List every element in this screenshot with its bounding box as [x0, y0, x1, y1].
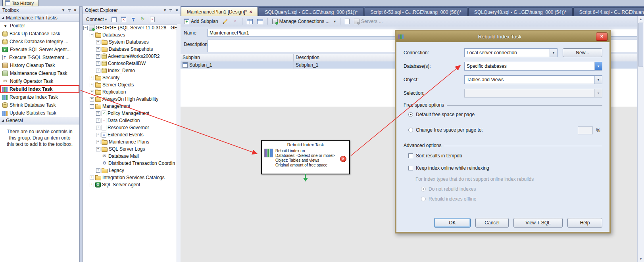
scrollbar-thumb[interactable] [638, 23, 643, 67]
toolbox-item-back-up-database-task[interactable]: Back Up Database Task [0, 30, 79, 38]
cancel-button[interactable]: Cancel [475, 218, 509, 228]
close-icon[interactable] [72, 8, 78, 13]
expand-icon[interactable] [90, 183, 94, 187]
scroll-up-icon[interactable]: ▲ [638, 16, 644, 22]
toolbox-section-maintenance-plan-tasks[interactable]: Maintenance Plan Tasks [0, 14, 79, 22]
change-free-space-option[interactable]: Change free space per page to: [408, 127, 483, 133]
toolbox-item-check-database-integrity[interactable]: Check Database Integrity ... [0, 38, 79, 46]
tab-history-tab[interactable]: Tab History [2, 0, 39, 6]
tree-item-maintenance-plans[interactable]: Maintenance Plans [83, 138, 177, 145]
tree-item-legacy[interactable]: Legacy [83, 167, 177, 174]
expand-icon[interactable] [96, 126, 100, 130]
ok-button[interactable]: OK [434, 218, 471, 228]
tree-item-data-collection[interactable]: ≡Data Collection [83, 117, 177, 124]
tree-item-policy-management[interactable]: ✓Policy Management [83, 110, 177, 117]
object-combobox[interactable]: Tables and Views [464, 75, 602, 84]
tab-script-6-44[interactable]: Script 6-44.sql - G...RGE\huang_000 (52)… [573, 8, 644, 16]
tree-item-server-objects[interactable]: Server Objects [83, 81, 177, 88]
expand-icon[interactable] [96, 40, 100, 44]
expand-icon[interactable] [90, 76, 94, 80]
tree-item-integration-services-catalogs[interactable]: Integration Services Catalogs [83, 174, 177, 181]
script-button[interactable]: × [148, 15, 156, 23]
tree-item-sql-server-logs[interactable]: SQL Server Logs [83, 145, 177, 153]
tree-item-index-demo[interactable]: Index_Demo [83, 67, 177, 74]
tree-item-system-databases[interactable]: System Databases [83, 38, 177, 46]
pin-icon[interactable] [168, 8, 174, 13]
expand-icon[interactable] [96, 47, 100, 52]
tree-item-sql-server-agent[interactable]: ⚙SQL Server Agent [83, 181, 177, 188]
precedence-connector[interactable] [303, 174, 308, 182]
tree-item-distributed-transaction-coordinator[interactable]: ⚙Distributed Transaction Coordin [83, 160, 177, 167]
add-subplan-button[interactable]: + Add Subplan [183, 18, 219, 25]
column-header-subplan[interactable]: Subplan [181, 54, 294, 61]
tree-item-database-snapshots[interactable]: Database Snapshots [83, 46, 177, 53]
pin-icon[interactable] [66, 8, 72, 13]
expand-icon[interactable] [96, 111, 100, 116]
expand-icon[interactable] [90, 97, 94, 101]
keep-index-online-option[interactable]: Keep index online while reindexing [408, 165, 489, 171]
servers-button[interactable]: Servers ... [353, 18, 384, 25]
toolbox-item-notify-operator-task[interactable]: ✉ Notify Operator Task [0, 77, 79, 85]
expand-icon[interactable] [96, 168, 100, 173]
toolbox-item-history-cleanup-task[interactable]: History Cleanup Task [0, 61, 79, 69]
scroll-down-icon[interactable]: ▼ [638, 256, 644, 262]
tree-item-management[interactable]: Management [83, 103, 177, 110]
close-button[interactable] [596, 33, 607, 41]
close-icon[interactable] [249, 9, 252, 15]
subplan-grid-view-button[interactable] [246, 18, 254, 25]
dialog-title-bar[interactable]: Rebuild Index Task [396, 31, 609, 42]
radio-selected-icon[interactable] [408, 112, 413, 117]
tree-item-alwayson-high-availability[interactable]: AlwaysOn High Availability [83, 96, 177, 103]
tab-maintenanceplan1-design[interactable]: MaintenancePlan1 [Design]* [181, 7, 258, 16]
toolbox-item-maintenance-cleanup-task[interactable]: Maintenance Cleanup Task [0, 69, 79, 77]
tree-item-contosoretaildw[interactable]: ContosoRetailDW [83, 60, 177, 67]
expand-icon[interactable] [96, 69, 100, 73]
sort-results-option[interactable]: Sort results in tempdb [408, 153, 462, 159]
help-button[interactable]: Help [567, 218, 602, 228]
refresh-button[interactable]: ↻ [138, 15, 147, 23]
toolbox-item-shrink-database-task[interactable]: Shrink Database Task [0, 101, 79, 109]
expand-icon[interactable] [96, 119, 100, 123]
tab-sqlquery1[interactable]: SQLQuery1.sql - GE...GE\huang_000 (51))* [259, 8, 363, 16]
close-icon[interactable] [174, 8, 180, 13]
expand-icon[interactable] [96, 140, 100, 144]
collapse-icon[interactable] [90, 104, 94, 109]
toolbox-item-reorganize-index-task[interactable]: Reorganize Index Task [0, 93, 79, 101]
expand-icon[interactable] [90, 90, 94, 94]
connect-button[interactable]: Connect [84, 16, 109, 23]
collapse-icon[interactable] [90, 33, 94, 37]
new-connection-button[interactable]: New... [563, 48, 602, 57]
toolbox-item-pointer[interactable]: Pointer [0, 22, 79, 30]
tree-item-resource-governor[interactable]: Resource Governor [83, 124, 177, 131]
databases-combobox[interactable]: Specific databases [464, 62, 602, 71]
expand-icon[interactable] [90, 83, 94, 87]
default-free-space-option[interactable]: Default free space per page [408, 112, 475, 117]
view-tsql-button[interactable]: View T-SQL [513, 218, 563, 228]
tree-item-extended-events[interactable]: ≡Extended Events [83, 131, 177, 138]
tab-script-6-53[interactable]: Script 6-53.sql - G...RGE\huang_000 (56)… [365, 8, 467, 16]
chevron-down-icon[interactable] [594, 62, 602, 70]
subplan-schedule-button[interactable] [256, 18, 264, 25]
toolbox-item-rebuild-index-task[interactable]: Rebuild Index Task [0, 85, 79, 93]
connection-combobox[interactable]: Local server connection [464, 48, 557, 57]
window-position-icon[interactable] [162, 8, 168, 13]
tree-item-george-server[interactable]: GEORGE (SQL Server 11.0.3128 - GEORG [83, 24, 177, 31]
expand-icon[interactable] [90, 176, 94, 180]
toolbox-section-general[interactable]: General [0, 117, 79, 124]
filter-button[interactable] [129, 15, 137, 23]
chevron-down-icon[interactable] [594, 76, 602, 84]
edit-subplan-button[interactable] [221, 18, 229, 25]
tree-item-adventureworks2008r2[interactable]: AdventureWorks2008R2 [83, 53, 177, 60]
delete-subplan-button[interactable]: × [231, 18, 239, 25]
radio-icon[interactable] [408, 128, 413, 132]
window-position-icon[interactable] [60, 8, 66, 13]
connections-dropdown-button[interactable] [333, 19, 337, 24]
checkbox-icon[interactable] [408, 166, 413, 170]
toolbox-item-execute-sql-server-agent[interactable]: ▸ Execute SQL Server Agent... [0, 46, 79, 54]
designer-vertical-scrollbar[interactable]: ▲ ▼ [637, 16, 644, 262]
checkbox-icon[interactable] [408, 153, 413, 158]
tree-item-databases[interactable]: Databases [83, 31, 177, 38]
tree-item-replication[interactable]: Replication [83, 88, 177, 96]
stop-button[interactable]: × [119, 15, 128, 23]
tab-sqlquery48[interactable]: SQLQuery48.sql - G...GE\huang_000 (54))* [468, 8, 573, 16]
